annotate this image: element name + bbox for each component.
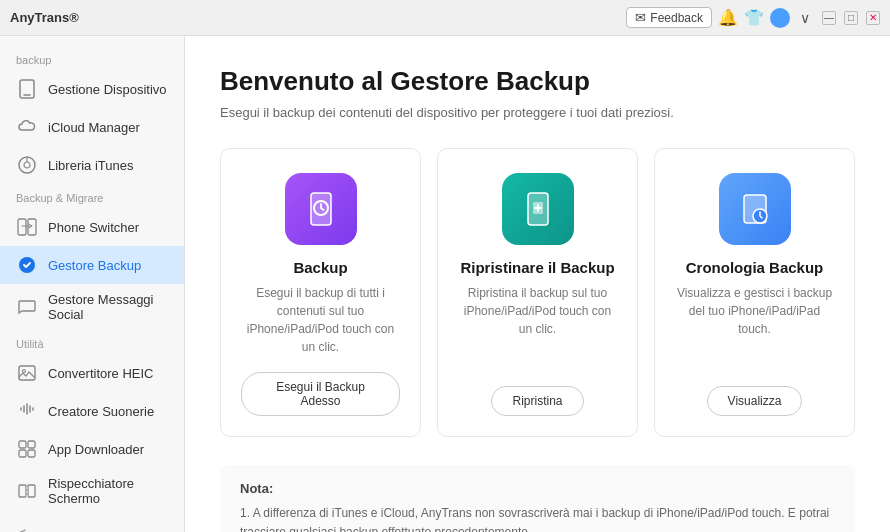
ripristino-card: Ripristinare il Backup Ripristina il bac…	[437, 148, 638, 437]
sidebar-item-messaggi[interactable]: Gestore Messaggi Social	[0, 284, 184, 330]
app-downloader-icon	[16, 438, 38, 460]
suonerie-icon	[16, 400, 38, 422]
sidebar-item-rispecchiatore[interactable]: Rispecchiatore Schermo	[0, 468, 184, 514]
page-subtitle: Esegui il backup dei contenuti del dispo…	[220, 105, 855, 120]
main-layout: backup Gestione Dispositivo iCloud Manag…	[0, 36, 890, 532]
mail-icon: ✉	[635, 10, 646, 25]
phone-switcher-icon	[16, 216, 38, 238]
backup-card-title: Backup	[293, 259, 347, 276]
main-content: Benvenuto al Gestore Backup Esegui il ba…	[185, 36, 890, 532]
shirt-icon[interactable]: 👕	[744, 8, 764, 27]
backup-card-desc: Esegui il backup di tutti i contenuti su…	[241, 284, 400, 356]
sidebar-item-icloud[interactable]: iCloud Manager	[0, 108, 184, 146]
title-bar: AnyTrans® ✉ Feedback 🔔 👕 ∨ — □ ✕	[0, 0, 890, 36]
sidebar-item-suonerie[interactable]: Creatore Suonerie	[0, 392, 184, 430]
user-avatar[interactable]	[770, 8, 790, 28]
svg-rect-14	[19, 485, 26, 497]
cards-row: Backup Esegui il backup di tutti i conte…	[220, 148, 855, 437]
minimize-button[interactable]: —	[822, 11, 836, 25]
backup-card-icon	[285, 173, 357, 245]
sidebar-item-gestione-dispositivo[interactable]: Gestione Dispositivo	[0, 70, 184, 108]
sidebar-item-itunes[interactable]: Libreria iTunes	[0, 146, 184, 184]
sidebar-collapse-button[interactable]: <	[0, 514, 184, 532]
sidebar-item-icloud-label: iCloud Manager	[48, 120, 140, 135]
section-label-utilita: Utilità	[0, 330, 184, 354]
feedback-label: Feedback	[650, 11, 703, 25]
section-label-backup: Backup & Migrare	[0, 184, 184, 208]
svg-rect-10	[19, 441, 26, 448]
svg-rect-13	[28, 450, 35, 457]
sidebar-item-heic-label: Convertitore HEIC	[48, 366, 153, 381]
cronologia-card-icon	[719, 173, 791, 245]
sidebar-item-phone-switcher-label: Phone Switcher	[48, 220, 139, 235]
svg-rect-6	[28, 219, 36, 235]
sidebar-item-itunes-label: Libreria iTunes	[48, 158, 134, 173]
ripristino-card-icon	[502, 173, 574, 245]
cronologia-card-button[interactable]: Visualizza	[707, 386, 803, 416]
cloud-icon	[16, 116, 38, 138]
section-label-contenuti: backup	[0, 46, 184, 70]
cronologia-card: Cronologia Backup Visualizza e gestisci …	[654, 148, 855, 437]
maximize-button[interactable]: □	[844, 11, 858, 25]
ripristino-card-title: Ripristinare il Backup	[460, 259, 614, 276]
feedback-button[interactable]: ✉ Feedback	[626, 7, 712, 28]
svg-point-9	[23, 370, 26, 373]
close-button[interactable]: ✕	[866, 11, 880, 25]
cronologia-card-desc: Visualizza e gestisci i backup del tuo i…	[675, 284, 834, 370]
sidebar-item-app-downloader[interactable]: App Downloader	[0, 430, 184, 468]
backup-card: Backup Esegui il backup di tutti i conte…	[220, 148, 421, 437]
app-title: AnyTrans®	[10, 10, 79, 25]
device-icon	[16, 78, 38, 100]
rispecchiatore-icon	[16, 480, 38, 502]
sidebar-item-suonerie-label: Creatore Suonerie	[48, 404, 154, 419]
sidebar-item-heic[interactable]: Convertitore HEIC	[0, 354, 184, 392]
svg-rect-8	[19, 366, 35, 380]
backup-card-button[interactable]: Esegui il Backup Adesso	[241, 372, 400, 416]
sidebar-item-gestione-dispositivo-label: Gestione Dispositivo	[48, 82, 167, 97]
sidebar-item-phone-switcher[interactable]: Phone Switcher	[0, 208, 184, 246]
sidebar-item-app-downloader-label: App Downloader	[48, 442, 144, 457]
cronologia-card-title: Cronologia Backup	[686, 259, 824, 276]
ripristino-card-desc: Ripristina il backup sul tuo iPhone/iPad…	[458, 284, 617, 370]
sidebar: backup Gestione Dispositivo iCloud Manag…	[0, 36, 185, 532]
itunes-icon	[16, 154, 38, 176]
page-title: Benvenuto al Gestore Backup	[220, 66, 855, 97]
messaggi-icon	[16, 296, 38, 318]
notes-title: Nota:	[240, 481, 835, 496]
sidebar-item-gestore-backup-label: Gestore Backup	[48, 258, 141, 273]
notes-section: Nota: 1. A differenza di iTunes e iCloud…	[220, 465, 855, 532]
sidebar-item-rispecchiatore-label: Rispecchiatore Schermo	[48, 476, 168, 506]
svg-rect-15	[28, 485, 35, 497]
heic-icon	[16, 362, 38, 384]
notes-item-1: 1. A differenza di iTunes e iCloud, AnyT…	[240, 504, 835, 532]
svg-rect-5	[18, 219, 26, 235]
bell-icon[interactable]: 🔔	[718, 8, 738, 27]
svg-point-3	[24, 162, 30, 168]
chevron-down-btn[interactable]: ∨	[796, 8, 814, 28]
gestore-backup-icon	[16, 254, 38, 276]
title-bar-controls: ✉ Feedback 🔔 👕 ∨ — □ ✕	[626, 7, 880, 28]
sidebar-item-messaggi-label: Gestore Messaggi Social	[48, 292, 168, 322]
svg-rect-12	[19, 450, 26, 457]
svg-rect-11	[28, 441, 35, 448]
ripristino-card-button[interactable]: Ripristina	[491, 386, 583, 416]
sidebar-item-gestore-backup[interactable]: Gestore Backup	[0, 246, 184, 284]
